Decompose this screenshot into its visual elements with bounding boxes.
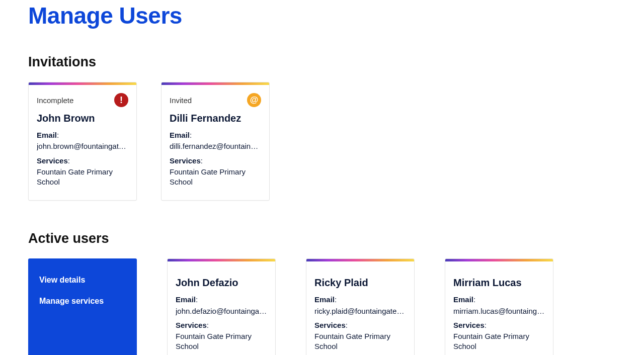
- services-value: Fountain Gate Primary School: [314, 331, 406, 352]
- status-row: Incomplete !: [37, 93, 128, 107]
- email-field: Email: mirriam.lucas@fountaingate.edu: [453, 295, 545, 316]
- invitations-title: Invitations: [28, 54, 616, 70]
- user-name: Ricky Plaid: [314, 277, 406, 289]
- card-body: Ricky Plaid Email: ricky.plaid@fountaing…: [306, 261, 414, 355]
- services-value: Fountain Gate Primary School: [170, 167, 261, 188]
- invitation-card[interactable]: Invited @ Dilli Fernandez Email: dilli.f…: [161, 82, 270, 201]
- page-title: Manage Users: [28, 2, 616, 29]
- services-field: Services: Fountain Gate Primary School: [170, 156, 261, 188]
- email-value: john.brown@fountaingate.edu: [37, 141, 128, 151]
- active-user-card[interactable]: Mirriam Lucas Email: mirriam.lucas@fount…: [445, 258, 553, 355]
- email-field: Email: john.defazio@fountaingate.edu: [176, 295, 267, 316]
- status-row: Invited @: [170, 93, 261, 107]
- services-value: Fountain Gate Primary School: [453, 331, 545, 352]
- email-value: ricky.plaid@fountaingate.edu: [314, 306, 406, 316]
- user-name: Mirriam Lucas: [453, 277, 545, 289]
- active-users-row: View details Manage services John Defazi…: [28, 258, 616, 355]
- services-field: Services: Fountain Gate Primary School: [176, 320, 267, 352]
- email-field: Email: dilli.fernandez@fountaingate.edu: [170, 130, 261, 152]
- user-name: Dilli Fernandez: [170, 112, 261, 124]
- email-label: Email: [453, 295, 473, 304]
- email-label: Email: [37, 131, 57, 139]
- at-icon: @: [247, 93, 261, 107]
- manage-services-button[interactable]: Manage services: [28, 291, 137, 312]
- services-label: Services: [37, 156, 68, 165]
- services-field: Services: Fountain Gate Primary School: [314, 320, 406, 352]
- services-label: Services: [453, 321, 485, 329]
- email-value: john.defazio@fountaingate.edu: [176, 306, 267, 316]
- card-body: Mirriam Lucas Email: mirriam.lucas@fount…: [445, 261, 553, 355]
- services-field: Services: Fountain Gate Primary School: [453, 320, 545, 352]
- user-name: John Brown: [37, 112, 128, 124]
- invitation-card[interactable]: Incomplete ! John Brown Email: john.brow…: [28, 82, 137, 201]
- user-name: John Defazio: [176, 277, 267, 289]
- email-label: Email: [176, 295, 196, 304]
- active-user-card[interactable]: Ricky Plaid Email: ricky.plaid@fountaing…: [306, 258, 415, 355]
- email-field: Email: ricky.plaid@fountaingate.edu: [314, 295, 406, 316]
- services-label: Services: [170, 156, 201, 165]
- card-body: Invited @ Dilli Fernandez Email: dilli.f…: [162, 85, 269, 200]
- status-label: Incomplete: [37, 96, 73, 105]
- services-label: Services: [176, 321, 207, 329]
- email-field: Email: john.brown@fountaingate.edu: [37, 130, 128, 152]
- alert-icon: !: [114, 93, 128, 107]
- email-label: Email: [314, 295, 335, 304]
- services-value: Fountain Gate Primary School: [37, 167, 128, 188]
- view-details-button[interactable]: View details: [28, 270, 137, 291]
- services-field: Services: Fountain Gate Primary School: [37, 156, 128, 188]
- card-body: Incomplete ! John Brown Email: john.brow…: [29, 85, 136, 200]
- user-action-menu: View details Manage services: [28, 258, 137, 355]
- email-label: Email: [170, 131, 190, 139]
- services-label: Services: [314, 321, 346, 329]
- email-value: dilli.fernandez@fountaingate.edu: [170, 141, 261, 151]
- services-value: Fountain Gate Primary School: [176, 331, 267, 352]
- active-users-title: Active users: [28, 231, 616, 246]
- card-body: John Defazio Email: john.defazio@fountai…: [168, 261, 275, 355]
- active-user-card[interactable]: John Defazio Email: john.defazio@fountai…: [167, 258, 276, 355]
- email-value: mirriam.lucas@fountaingate.edu: [453, 306, 545, 316]
- invitations-row: Incomplete ! John Brown Email: john.brow…: [28, 82, 616, 201]
- status-label: Invited: [170, 96, 192, 105]
